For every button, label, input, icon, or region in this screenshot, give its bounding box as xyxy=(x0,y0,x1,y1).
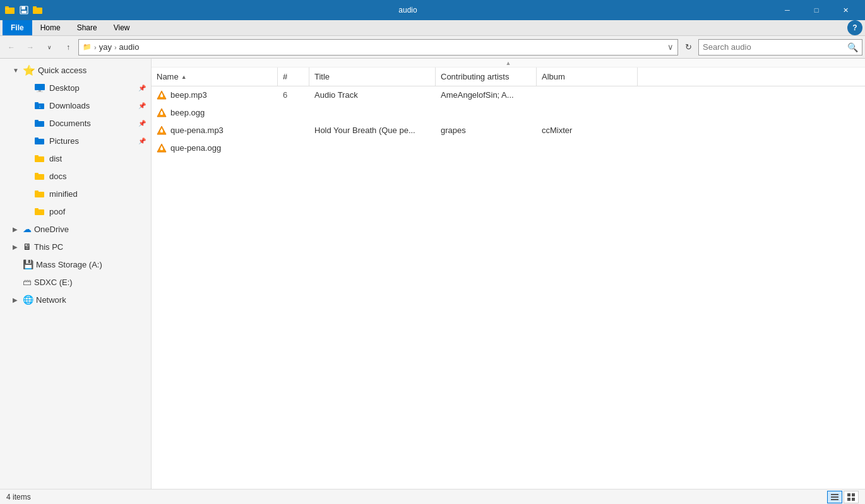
search-icon: 🔍 xyxy=(847,42,858,52)
sidebar-minified-label: minified xyxy=(49,189,146,199)
forward-button[interactable]: → xyxy=(21,38,39,56)
svg-rect-5 xyxy=(21,11,27,13)
sidebar-downloads-label: Downloads xyxy=(49,101,134,110)
sidebar-network-label: Network xyxy=(36,295,146,305)
pin-icon-documents: 📌 xyxy=(138,120,146,127)
massstorage-icon: 💾 xyxy=(23,259,33,269)
network-icon: 🌐 xyxy=(23,295,33,305)
svg-rect-38 xyxy=(831,494,838,495)
path-dropdown-icon[interactable]: ∨ xyxy=(667,42,674,52)
svg-rect-34 xyxy=(161,129,162,131)
svg-text:↓: ↓ xyxy=(39,104,41,108)
sidebar-item-minified[interactable]: minified xyxy=(0,185,151,202)
path-audio[interactable]: audio xyxy=(119,42,140,52)
sidebar-massstorage-label: Mass Storage (A:) xyxy=(36,260,146,269)
sdxc-icon: 🗃 xyxy=(23,277,32,287)
sidebar-item-documents[interactable]: Documents 📌 xyxy=(0,114,151,132)
svg-rect-24 xyxy=(35,209,44,215)
address-path[interactable]: 📁 › yay › audio ∨ xyxy=(78,39,678,56)
svg-rect-31 xyxy=(161,111,162,113)
sidebar-sdxc[interactable]: 🗃 SDXC (E:) xyxy=(0,273,151,291)
expand-button[interactable]: ∨ xyxy=(40,38,58,56)
details-view-button[interactable] xyxy=(844,491,859,503)
search-input[interactable] xyxy=(703,42,847,52)
svg-rect-4 xyxy=(21,6,25,9)
quick-access-section[interactable]: ▼ ⭐ Quick access xyxy=(0,61,151,79)
close-button[interactable]: ✕ xyxy=(831,0,860,20)
svg-rect-8 xyxy=(35,84,45,90)
sidebar-item-downloads[interactable]: ↓ Downloads 📌 xyxy=(0,97,151,114)
sidebar-onedrive[interactable]: ▶ ☁ OneDrive xyxy=(0,220,151,238)
table-row[interactable]: que-pena.ogg xyxy=(152,139,865,157)
file-artists-2: grapes xyxy=(436,126,537,135)
svg-rect-17 xyxy=(35,138,39,139)
vlc-icon-1 xyxy=(157,108,167,118)
tab-home[interactable]: Home xyxy=(32,20,69,35)
downloads-folder-icon: ↓ xyxy=(34,100,45,111)
table-row[interactable]: que-pena.mp3 Hold Your Breath (Que pe...… xyxy=(152,122,865,139)
title-bar-save-icon xyxy=(19,5,29,15)
sidebar-massstorage[interactable]: 💾 Mass Storage (A:) xyxy=(0,255,151,273)
item-count: 4 items xyxy=(6,493,31,501)
path-yay[interactable]: yay xyxy=(99,42,112,52)
refresh-button[interactable]: ↻ xyxy=(679,38,697,56)
svg-rect-44 xyxy=(852,498,855,501)
sidebar-item-desktop[interactable]: Desktop 📌 xyxy=(0,79,151,97)
file-name-3: que-pena.ogg xyxy=(170,143,221,153)
ribbon: File Home Share View ? xyxy=(0,20,865,36)
address-bar: ← → ∨ ↑ 📁 › yay › audio ∨ ↻ 🔍 xyxy=(0,36,865,59)
sidebar-item-poof[interactable]: poof xyxy=(0,202,151,220)
vlc-icon-0 xyxy=(157,90,167,100)
sidebar-documents-label: Documents xyxy=(49,119,134,128)
sidebar-desktop-label: Desktop xyxy=(49,83,134,93)
col-header-number[interactable]: # xyxy=(278,67,309,86)
path-separator-1: › xyxy=(94,44,97,51)
list-view-button[interactable] xyxy=(827,491,842,503)
main-layout: ▼ ⭐ Quick access Desktop 📌 xyxy=(0,59,865,489)
table-row[interactable]: beep.mp3 6 Audio Track AmeAngelofSin; A.… xyxy=(152,86,865,104)
sidebar-item-docs[interactable]: docs xyxy=(0,167,151,185)
search-box[interactable]: 🔍 xyxy=(698,39,862,56)
svg-rect-21 xyxy=(35,173,39,175)
tab-file[interactable]: File xyxy=(3,20,32,35)
docs-folder-icon xyxy=(34,170,45,182)
file-name-1: beep.ogg xyxy=(170,108,205,117)
tab-share[interactable]: Share xyxy=(69,20,105,35)
sidebar: ▼ ⭐ Quick access Desktop 📌 xyxy=(0,59,152,489)
svg-rect-10 xyxy=(37,91,43,92)
window-controls: ─ □ ✕ xyxy=(773,0,860,20)
col-header-name[interactable]: Name ▲ xyxy=(152,67,278,86)
sidebar-thispc[interactable]: ▶ 🖥 This PC xyxy=(0,238,151,255)
pin-icon-desktop: 📌 xyxy=(138,85,146,91)
up-button[interactable]: ↑ xyxy=(59,38,77,56)
pictures-folder-icon xyxy=(34,135,45,146)
network-expand-icon: ▶ xyxy=(13,296,20,303)
quick-access-expand-icon: ▼ xyxy=(13,67,20,74)
sidebar-docs-label: docs xyxy=(49,172,146,181)
sidebar-network[interactable]: ▶ 🌐 Network xyxy=(0,291,151,308)
svg-rect-22 xyxy=(35,192,44,197)
window-title: audio xyxy=(43,6,773,15)
help-button[interactable]: ? xyxy=(847,20,862,35)
sidebar-poof-label: poof xyxy=(49,207,146,216)
sidebar-item-pictures[interactable]: Pictures 📌 xyxy=(0,132,151,149)
maximize-button[interactable]: □ xyxy=(802,0,831,20)
path-root-icon: 📁 xyxy=(83,43,92,51)
col-header-title[interactable]: Title xyxy=(309,67,436,86)
sidebar-item-dist[interactable]: dist xyxy=(0,149,151,167)
tab-view[interactable]: View xyxy=(105,20,138,35)
svg-rect-39 xyxy=(831,496,838,498)
title-bar: audio ─ □ ✕ xyxy=(0,0,865,20)
file-list: beep.mp3 6 Audio Track AmeAngelofSin; A.… xyxy=(152,86,865,489)
col-header-artists[interactable]: Contributing artists xyxy=(436,67,537,86)
svg-rect-16 xyxy=(35,139,44,144)
table-row[interactable]: beep.ogg xyxy=(152,104,865,122)
col-header-album[interactable]: Album xyxy=(537,67,638,86)
vlc-icon-3 xyxy=(157,143,167,153)
minimize-button[interactable]: ─ xyxy=(773,0,802,20)
sidebar-pictures-label: Pictures xyxy=(49,136,134,146)
minified-folder-icon xyxy=(34,188,45,199)
file-name-0: beep.mp3 xyxy=(170,90,207,100)
back-button[interactable]: ← xyxy=(3,38,20,56)
status-bar: 4 items xyxy=(0,489,865,504)
